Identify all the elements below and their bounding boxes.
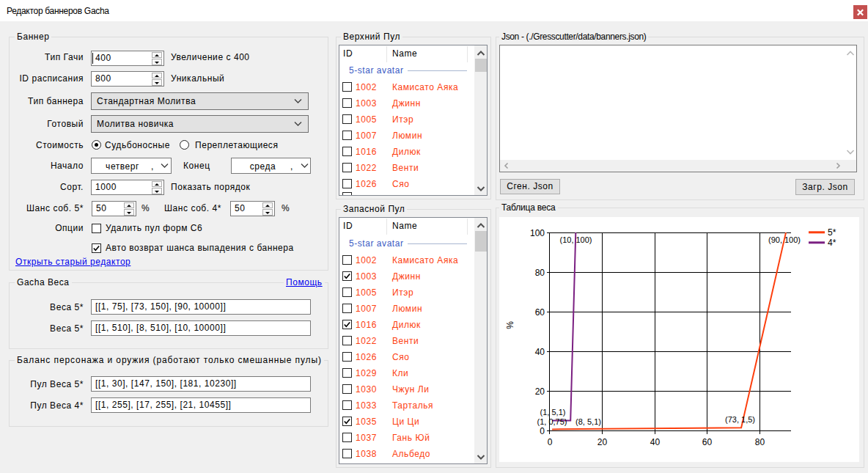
svg-text:20: 20	[535, 386, 545, 397]
svg-text:5*: 5*	[828, 227, 836, 238]
svg-text:80: 80	[535, 268, 545, 278]
svg-text:(1, 0,75): (1, 0,75)	[537, 417, 567, 426]
svg-text:(1, 5,1): (1, 5,1)	[540, 408, 566, 417]
svg-text:4*: 4*	[828, 238, 836, 248]
svg-text:%: %	[505, 321, 515, 329]
svg-text:60: 60	[702, 437, 713, 447]
svg-text:60: 60	[535, 307, 545, 318]
svg-text:40: 40	[535, 347, 545, 357]
svg-text:0: 0	[548, 437, 553, 447]
svg-text:100: 100	[530, 228, 545, 238]
svg-text:40: 40	[650, 437, 661, 447]
svg-text:(10, 100): (10, 100)	[559, 235, 592, 244]
svg-text:(73, 1,5): (73, 1,5)	[725, 415, 755, 424]
svg-text:20: 20	[597, 437, 608, 447]
svg-text:(8, 5,1): (8, 5,1)	[575, 417, 601, 426]
svg-text:(90, 100): (90, 100)	[768, 235, 801, 244]
svg-text:80: 80	[755, 437, 765, 447]
svg-text:0: 0	[540, 426, 545, 436]
